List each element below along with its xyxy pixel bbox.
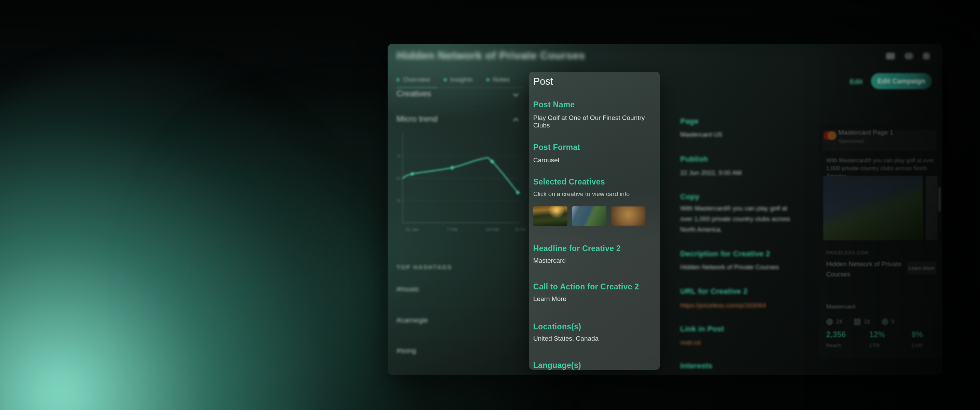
tab-label: Overview (403, 76, 430, 83)
ambient-glow (0, 62, 438, 410)
comment-count-value: 18 (864, 319, 870, 325)
tab-dot-icon (487, 78, 490, 81)
creative-thumbnail-2[interactable] (572, 207, 606, 226)
selected-creatives-label: Selected Creatives (533, 177, 605, 186)
description-field-label: Decription for Creative 2 (680, 249, 770, 258)
preview-link-title: Hidden Network of Private Courses (826, 259, 905, 280)
like-icon (826, 318, 833, 325)
divider (396, 335, 525, 335)
tab-underline-active (396, 87, 438, 88)
modal-title: Post (533, 76, 553, 87)
stat-label: Reach (826, 342, 841, 348)
menu-icon[interactable] (923, 52, 930, 59)
tab-overview[interactable]: Overview (396, 76, 430, 83)
copy-field-value: With Mastercard® you can play golf at ov… (680, 203, 798, 235)
header-actions (886, 52, 930, 59)
cta-value: Learn More (533, 295, 566, 303)
app-window: Hidden Network of Private Courses Edit E… (388, 44, 942, 375)
svg-text:14 Feb: 14 Feb (485, 227, 499, 232)
tab-bar: Overview Insights Notes (396, 76, 510, 83)
share-count[interactable]: 9 (881, 318, 894, 325)
copy-field-label: Copy (680, 192, 699, 201)
page-field-label: Page (680, 117, 699, 126)
preview-carousel-next-image[interactable] (926, 176, 937, 240)
creative-url-link[interactable]: https://priceless.com/p/163064 (680, 300, 798, 311)
headline-value: Mastercard (533, 257, 566, 264)
comment-count[interactable]: 18 (854, 318, 870, 325)
screen: Hidden Network of Private Courses Edit E… (0, 0, 980, 410)
cta-label: Call to Action for Creative 2 (533, 282, 639, 291)
tab-dot-icon (396, 78, 399, 81)
post-format-value: Carousel (533, 156, 559, 164)
share-count-value: 9 (891, 319, 894, 325)
headline-label: Headline for Creative 2 (533, 244, 621, 253)
divider (825, 298, 935, 298)
hashtag-item[interactable]: #carnegie (396, 316, 428, 324)
share-icon (881, 318, 888, 325)
edit-button[interactable]: Edit (850, 78, 863, 86)
preview-link-domain: PRICELESS.COM (826, 250, 869, 255)
publish-field-label: Publish (680, 155, 708, 164)
post-format-label: Post Format (533, 143, 580, 152)
preview-page-name: Mastercard Page 1 (838, 129, 894, 136)
svg-text:50: 50 (396, 176, 401, 180)
svg-text:75: 75 (396, 154, 401, 158)
post-modal: Post Post Name Play Golf at One of Our F… (529, 72, 660, 370)
avatars-icon[interactable] (886, 52, 895, 59)
tab-label: Insights (450, 76, 473, 83)
preview-headline: Mastercard (826, 304, 855, 310)
locations-label: Locations(s) (533, 322, 581, 331)
scrollbar[interactable] (939, 187, 940, 212)
micro-trend-chart: 25507531 Jan7 Feb14 Feb21 Feb (396, 130, 526, 236)
like-count-value: 24 (836, 319, 842, 325)
stat-label: CTR (869, 342, 880, 348)
link-in-post-label: Link in Post (680, 324, 724, 334)
post-preview-card: Mastercard Page 1 Sponsored With Masterc… (819, 125, 942, 358)
comment-icon (854, 318, 861, 325)
divider (396, 109, 525, 109)
creative-thumbnail-3[interactable] (611, 207, 645, 226)
post-name-value: Play Golf at One of Our Finest Country C… (533, 114, 660, 129)
tab-insights[interactable]: Insights (444, 76, 473, 83)
stat-value: 8% (912, 330, 923, 339)
chevron-up-icon[interactable] (512, 116, 520, 124)
languages-label: Language(s) (533, 361, 581, 370)
creatives-section-header: Creatives (396, 89, 431, 99)
share-icon[interactable] (904, 52, 913, 59)
preview-cta-button[interactable]: Learn More (907, 262, 936, 274)
page-title: Hidden Network of Private Courses (396, 49, 585, 62)
locations-value: United States, Canada (533, 335, 598, 342)
svg-text:25: 25 (396, 199, 401, 203)
mastercard-avatar (823, 130, 835, 141)
stat-label: CVR (912, 342, 923, 348)
micro-trend-header: Micro trend (396, 114, 438, 124)
stat-value: 12% (869, 330, 885, 339)
link-in-post-link[interactable]: mstr.cd (680, 337, 798, 348)
publish-field-value: 22 Jun 2022, 9:00 AM (680, 167, 798, 178)
hashtags-header: TOP HASHTAGS (396, 264, 452, 271)
svg-text:7 Feb: 7 Feb (447, 227, 458, 232)
hashtag-item[interactable]: #song (396, 346, 416, 354)
tab-notes[interactable]: Notes (487, 76, 510, 83)
preview-sponsored-label: Sponsored (838, 138, 864, 144)
selected-creatives-hint: Click on a creative to view card info (533, 191, 630, 198)
preview-creative-image[interactable] (823, 176, 923, 240)
svg-text:21 Feb: 21 Feb (515, 227, 526, 232)
page-field-value: Mastercard US (680, 129, 798, 140)
url-field-label: URL for Creative 2 (680, 287, 748, 296)
tab-dot-icon (444, 78, 447, 81)
svg-text:31 Jan: 31 Jan (406, 227, 419, 232)
post-name-label: Post Name (533, 100, 575, 109)
description-field-value: Hidden Network of Private Courses (680, 262, 798, 272)
stat-value: 2,356 (826, 330, 846, 339)
interests-field-label: Interests (680, 361, 712, 370)
chevron-down-icon[interactable] (512, 91, 520, 99)
tab-label: Notes (493, 76, 510, 83)
hashtag-item[interactable]: #music (396, 285, 419, 293)
primary-action-button[interactable]: Edit Campaign (871, 73, 932, 89)
creative-thumbnail-1[interactable] (533, 207, 568, 226)
like-count[interactable]: 24 (826, 318, 842, 325)
preview-social-row: 24 18 9 (826, 318, 894, 325)
